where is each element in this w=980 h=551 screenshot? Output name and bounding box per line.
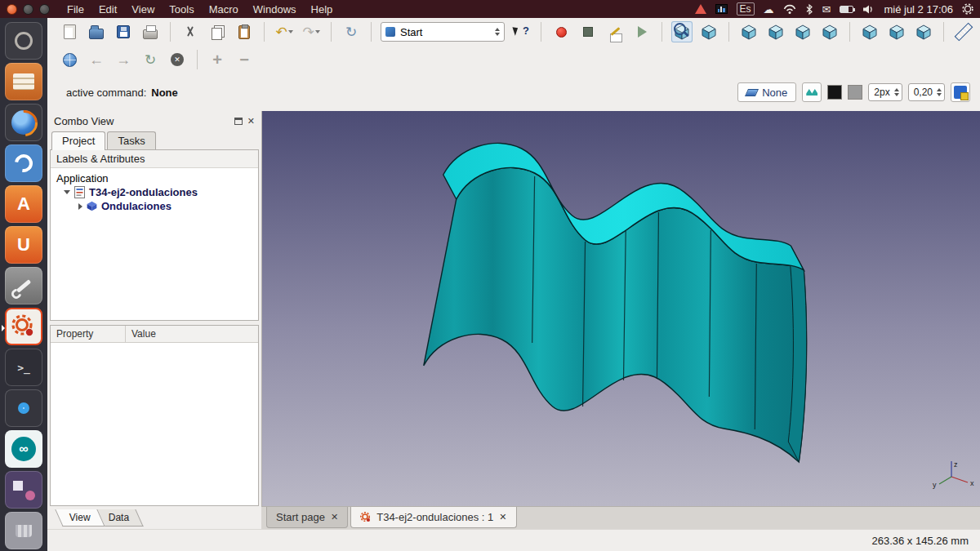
view-front-button[interactable]	[738, 21, 760, 42]
working-plane-button[interactable]: None	[737, 82, 796, 102]
menu-tools[interactable]: Tools	[162, 2, 201, 17]
save-button[interactable]	[113, 21, 134, 42]
open-button[interactable]	[86, 21, 107, 42]
launcher-item-files[interactable]	[5, 63, 42, 100]
window-minimize-button[interactable]	[23, 4, 33, 15]
page-refresh-button[interactable]: ↻	[140, 49, 161, 70]
view-right-button[interactable]	[792, 21, 813, 42]
launcher-item-blue-app[interactable]	[5, 144, 42, 182]
menu-file[interactable]: File	[60, 2, 91, 17]
active-command-value: None	[151, 87, 178, 99]
macro-play-button[interactable]	[631, 21, 653, 42]
workbench-selector-value: Start	[400, 26, 422, 38]
launcher-item-system-settings[interactable]	[5, 267, 42, 304]
menu-view[interactable]: View	[124, 2, 162, 17]
text-scale-spin-arrows[interactable]	[937, 88, 942, 96]
view-rear-button[interactable]	[819, 21, 840, 42]
view-axonometric-button[interactable]	[698, 21, 719, 42]
text-scale-spinbox[interactable]: 0,20	[908, 83, 945, 101]
wifi-icon[interactable]	[783, 4, 796, 14]
launcher-item-dash[interactable]	[5, 22, 42, 60]
line-width-spinbox[interactable]: 2px	[868, 83, 902, 101]
expander-right-icon[interactable]	[78, 203, 82, 210]
line-color-swatch[interactable]	[827, 85, 842, 100]
construction-mode-button[interactable]	[802, 82, 822, 102]
bluetooth-icon[interactable]	[805, 3, 813, 16]
tab-tasks[interactable]: Tasks	[107, 131, 155, 150]
close-tab-icon[interactable]: ✕	[499, 513, 506, 522]
dock-close-icon[interactable]: ✕	[247, 117, 255, 126]
workbench-selector[interactable]: Start	[381, 22, 505, 42]
tab-project[interactable]: Project	[51, 131, 105, 150]
tab-view-properties[interactable]: View	[55, 509, 105, 527]
view-bottom-button[interactable]	[859, 21, 880, 42]
keyboard-layout-indicator[interactable]: Es	[737, 2, 755, 16]
launcher-item-freecad[interactable]	[5, 308, 42, 345]
paste-button[interactable]	[234, 21, 255, 42]
new-document-button[interactable]	[59, 21, 80, 42]
mail-icon[interactable]: ✉	[822, 4, 831, 15]
cut-button[interactable]	[180, 21, 201, 42]
launcher-item-media-app[interactable]	[5, 471, 42, 509]
view-dimetric-button[interactable]	[913, 21, 934, 42]
face-color-swatch[interactable]	[848, 85, 862, 100]
zoom-in-button[interactable]: +	[207, 49, 228, 70]
nav-back-button[interactable]: ←	[86, 49, 107, 70]
tab-model-document[interactable]: T34-ej2-ondulaciones : 1 ✕	[350, 507, 516, 528]
launcher-item-blue-c-app[interactable]	[5, 389, 42, 427]
web-home-button[interactable]	[59, 49, 80, 70]
property-table-body[interactable]	[51, 343, 258, 505]
view-left-button[interactable]	[886, 21, 907, 42]
tree-document-row[interactable]: T34-ej2-ondulaciones	[54, 185, 255, 199]
page-stop-button[interactable]: ✕	[167, 49, 188, 70]
undo-button[interactable]: ↶	[274, 21, 295, 42]
warning-indicator-icon[interactable]	[695, 4, 706, 14]
copy-button[interactable]	[207, 21, 228, 42]
sound-icon[interactable]	[862, 4, 875, 15]
autogroup-button[interactable]	[951, 82, 970, 102]
cloud-sync-icon[interactable]: ☁	[764, 4, 774, 15]
tab-start-page[interactable]: Start page ✕	[266, 507, 348, 528]
property-column-header[interactable]: Property	[51, 326, 126, 342]
macro-record-button[interactable]	[550, 21, 572, 42]
system-monitor-icon[interactable]	[715, 4, 728, 14]
window-maximize-button[interactable]	[39, 4, 50, 15]
launcher-item-terminal[interactable]: >_	[5, 349, 42, 386]
print-button[interactable]	[140, 21, 161, 42]
macro-edit-button[interactable]	[604, 21, 626, 42]
menu-help[interactable]: Help	[304, 2, 341, 17]
close-tab-icon[interactable]: ✕	[331, 513, 338, 522]
line-width-spin-arrows[interactable]	[894, 88, 899, 96]
view-top-button[interactable]	[765, 21, 786, 42]
battery-icon[interactable]	[840, 6, 853, 13]
macro-stop-button[interactable]	[577, 21, 599, 42]
zoom-out-button[interactable]: −	[234, 49, 255, 70]
undo-dropdown-icon[interactable]	[288, 30, 293, 33]
launcher-item-arduino[interactable]: ∞	[5, 430, 42, 468]
redo-button[interactable]: ↷	[301, 21, 322, 42]
redo-dropdown-icon[interactable]	[315, 30, 320, 33]
tree-root-application[interactable]: Application	[54, 171, 255, 185]
menu-edit[interactable]: Edit	[91, 2, 124, 17]
workbench-spin-arrows[interactable]	[495, 28, 500, 36]
3d-viewport[interactable]: x y z	[261, 111, 980, 506]
value-column-header[interactable]: Value	[126, 326, 258, 342]
launcher-item-firefox[interactable]	[5, 104, 42, 141]
nav-forward-button[interactable]: →	[113, 49, 134, 70]
window-close-button[interactable]	[7, 4, 17, 15]
session-gear-icon[interactable]	[962, 3, 973, 15]
dock-float-icon[interactable]	[234, 118, 243, 125]
launcher-item-ubuntu-one[interactable]: U	[5, 226, 42, 264]
launcher-item-software-center[interactable]: A	[5, 185, 42, 223]
launcher-item-trash[interactable]	[5, 512, 42, 549]
menu-windows[interactable]: Windows	[246, 2, 304, 17]
expander-down-icon[interactable]	[64, 190, 70, 194]
clock[interactable]: mié jul 2 17:06	[884, 3, 953, 16]
refresh-button[interactable]: ↻	[341, 21, 362, 42]
menu-macro[interactable]: Macro	[202, 2, 246, 17]
whats-this-button[interactable]: ?	[510, 21, 532, 42]
view-bottom-cube-icon	[862, 24, 878, 40]
tree-object-row[interactable]: Ondulaciones	[54, 199, 255, 213]
measure-button[interactable]	[953, 21, 974, 42]
view-fit-all-button[interactable]	[671, 21, 693, 42]
